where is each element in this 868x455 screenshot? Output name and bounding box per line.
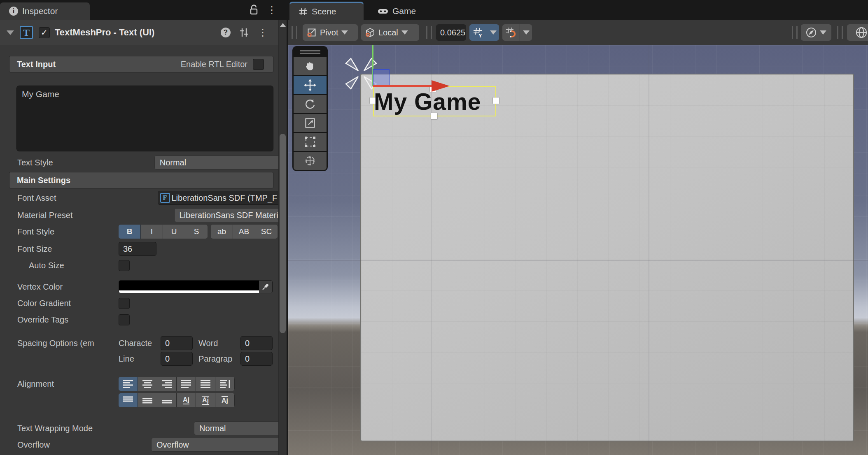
move-gizmo-x-axis[interactable] (373, 85, 435, 87)
align-center-button[interactable] (138, 377, 157, 391)
scale-tool-button[interactable] (294, 114, 327, 132)
grid-dropdown-arrow[interactable] (487, 24, 499, 41)
toolbar-drag-handle[interactable] (792, 26, 798, 39)
gamepad-icon (378, 7, 388, 15)
baseline-icon: Aj (183, 396, 189, 404)
main-settings-title: Main Settings (17, 176, 70, 185)
inspector-menu-icon[interactable]: ⋮ (267, 5, 277, 15)
line-spacing-input[interactable]: 0 (161, 352, 193, 366)
toolbar-drag-handle[interactable] (426, 26, 432, 39)
camera-view-button[interactable] (801, 24, 831, 41)
lock-icon[interactable] (250, 5, 259, 15)
inspector-scrollbar[interactable] (278, 20, 287, 455)
auto-size-checkbox[interactable] (119, 260, 130, 271)
globe-icon (855, 26, 868, 39)
overflow-label: Overflow (17, 440, 50, 450)
align-midline-button[interactable]: Aj (196, 393, 215, 407)
foldout-icon[interactable] (7, 30, 14, 35)
character-spacing-input[interactable]: 0 (161, 336, 193, 350)
align-bottom-button[interactable] (157, 393, 177, 407)
transform-icon (304, 155, 316, 167)
vertex-color-field[interactable] (119, 280, 273, 293)
main-settings-section-bar[interactable]: Main Settings (9, 172, 273, 188)
transform-tool-button[interactable] (294, 152, 327, 170)
color-gradient-checkbox[interactable] (119, 298, 130, 309)
pivot-toggle-button[interactable]: Pivot (303, 24, 358, 41)
align-baseline-button[interactable]: Aj (177, 393, 196, 407)
grid-axis-letter: Y (478, 32, 482, 38)
align-left-button[interactable] (119, 377, 138, 391)
enable-rtl-checkbox[interactable] (253, 59, 264, 70)
snap-dropdown-arrow[interactable] (520, 24, 532, 41)
hand-tool-button[interactable] (294, 57, 327, 75)
rotate-tool-button[interactable] (294, 95, 327, 113)
override-tags-label: Override Tags (17, 315, 68, 325)
grid-snap-size-field[interactable]: 0.0625 (436, 24, 466, 41)
align-capline-button[interactable]: Aj (215, 393, 235, 407)
align-flush-button[interactable] (196, 377, 215, 391)
text-input-section-title: Text Input (17, 60, 56, 69)
text-wrapping-value: Normal (199, 424, 226, 433)
toolbar-drag-handle[interactable] (292, 26, 297, 39)
rect-tool-icon (304, 136, 316, 148)
snap-magnet-button[interactable] (502, 24, 520, 41)
toolbar-drag-handle[interactable] (837, 26, 843, 39)
align-middle-button[interactable] (138, 393, 157, 407)
override-tags-checkbox[interactable] (119, 314, 130, 325)
scene-visibility-globe-button[interactable] (847, 24, 868, 41)
vertex-color-label: Vertex Color (17, 282, 63, 292)
chevron-down-icon (820, 30, 826, 35)
font-asset-value: LiberationSans SDF (TMP_F (172, 193, 278, 203)
midline-icon: Aj (202, 396, 209, 405)
text-input-section-bar[interactable]: Text Input Enable RTL Editor (9, 56, 273, 72)
unity-editor: i Inspector ⋮ T ✓ TextMeshPro - Text (UI… (0, 0, 868, 455)
text-input-field[interactable]: My Game (16, 86, 273, 151)
align-geometry-center-button[interactable] (215, 377, 235, 391)
info-icon: i (9, 7, 18, 16)
move-gizmo-xy-plane[interactable] (373, 69, 390, 86)
underline-button[interactable]: U (163, 225, 185, 239)
align-top-button[interactable] (119, 393, 138, 407)
align-right-button[interactable] (157, 377, 177, 391)
rect-tool-button[interactable] (294, 133, 327, 151)
scene-panel: Scene Game (288, 0, 868, 455)
tab-inspector[interactable]: i Inspector (0, 2, 90, 20)
local-toggle-button[interactable]: Local (361, 24, 419, 41)
eyedropper-icon[interactable] (259, 281, 272, 293)
character-spacing-label: Characte (119, 339, 160, 348)
resize-handle-right[interactable] (493, 98, 499, 104)
smallcaps-button[interactable]: SC (255, 225, 278, 239)
scrollbar-thumb[interactable] (280, 134, 286, 333)
grid-line (288, 260, 868, 261)
lowercase-button[interactable]: ab (211, 225, 233, 239)
color-swatch[interactable] (119, 281, 259, 293)
presets-icon[interactable] (239, 27, 250, 38)
scene-text-object[interactable]: My Game (374, 88, 481, 115)
font-asset-label: Font Asset (17, 193, 56, 203)
align-justified-button[interactable] (177, 377, 196, 391)
paragraph-spacing-input[interactable]: 0 (240, 352, 273, 366)
ui-canvas (360, 74, 854, 441)
auto-size-label: Auto Size (29, 261, 64, 270)
strikethrough-button[interactable]: S (185, 225, 208, 239)
scene-viewport[interactable]: My Game (288, 45, 868, 455)
snap-increment-control (502, 24, 532, 41)
tab-scene[interactable]: Scene (289, 2, 364, 20)
bold-button[interactable]: B (119, 225, 141, 239)
uppercase-button[interactable]: AB (233, 225, 255, 239)
local-cube-icon (365, 28, 375, 37)
help-icon[interactable]: ? (221, 28, 231, 37)
overlay-drag-handle[interactable] (300, 50, 320, 54)
italic-button[interactable]: I (141, 225, 163, 239)
grid-line (649, 45, 649, 455)
capline-icon: Aj (222, 396, 228, 404)
scene-toolbar: Pivot Local 0.0625 (288, 20, 868, 45)
word-spacing-input[interactable]: 0 (240, 336, 273, 350)
component-menu-icon[interactable]: ⋮ (258, 28, 268, 37)
component-enabled-checkbox[interactable]: ✓ (39, 27, 50, 38)
move-tool-button[interactable] (294, 76, 327, 94)
grid-axis-button[interactable]: Y (469, 24, 487, 41)
tab-game[interactable]: Game (369, 2, 422, 20)
scroll-up-arrow[interactable] (280, 23, 286, 27)
font-size-input[interactable]: 36 (119, 242, 156, 256)
